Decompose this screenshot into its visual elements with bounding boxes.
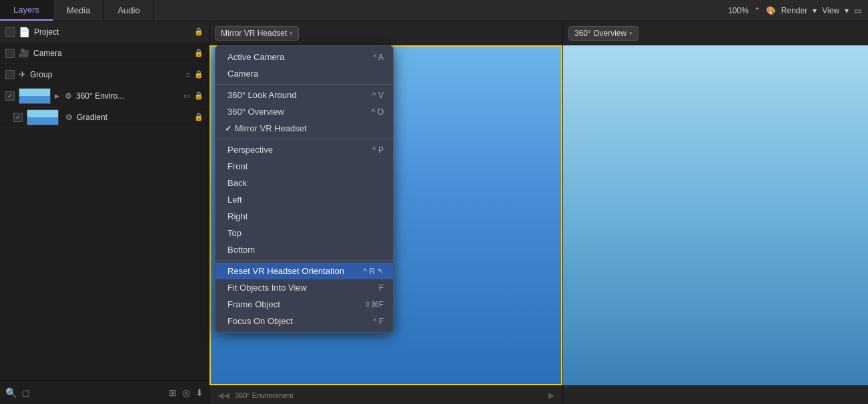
sidebar: 📄 Project 🔒 🎥 Camera 🔒 ✈ Group ≡ 🔒 ▶ ⚙ 3… (0, 21, 209, 404)
menu-item-360-look-around[interactable]: 360° Look Around ^ V (215, 87, 393, 103)
group-lock-icon: 🔒 (194, 70, 203, 79)
search-icon[interactable]: 🔍 (5, 387, 17, 398)
menu-section-4: Reset VR Headset Orientation ^ R ↖ Fit O… (215, 263, 393, 332)
menu-item-top[interactable]: Top (215, 225, 393, 241)
menu-item-perspective[interactable]: Perspective ^ P (215, 141, 393, 158)
right-panel: 360° Overview ▾ (562, 21, 868, 404)
menu-item-frame-object[interactable]: Frame Object ⇧⌘F (215, 296, 393, 313)
export-icon[interactable]: ⬇ (195, 387, 203, 398)
menu-item-bottom[interactable]: Bottom (215, 241, 393, 258)
camera-icon: 🎥 (19, 48, 29, 58)
menu-item-left[interactable]: Left (215, 191, 393, 208)
layer-checkbox-env360[interactable] (5, 91, 15, 101)
menu-section-2: 360° Look Around ^ V 360° Overview ^ O ✓… (215, 87, 393, 137)
layer-name-project: Project (34, 27, 190, 37)
right-view-dropdown[interactable]: 360° Overview ▾ (568, 26, 638, 41)
canvas-area: Mirror VR Headset ▾ Active Camera ^ A Ca… (209, 21, 562, 404)
layer-item-project[interactable]: 📄 Project 🔒 (0, 21, 209, 43)
env360-gear-icon: ⚙ (65, 91, 72, 101)
add-layer-icon[interactable]: ◻ (22, 387, 30, 398)
right-canvas (563, 45, 868, 404)
tab-audio[interactable]: Audio (104, 0, 153, 21)
layer-item-env360[interactable]: ▶ ⚙ 360° Enviro... ▭ 🔒 (0, 85, 209, 107)
menu-separator-1 (215, 84, 393, 85)
menu-separator-2 (215, 139, 393, 139)
gradient-gear-icon: ⚙ (65, 113, 73, 122)
layer-name-camera: Camera (33, 49, 190, 58)
menu-item-right[interactable]: Right (215, 208, 393, 225)
main-layout: 📄 Project 🔒 🎥 Camera 🔒 ✈ Group ≡ 🔒 ▶ ⚙ 3… (0, 21, 868, 404)
view-dropdown-menu: Active Camera ^ A Camera 360° Look Aroun… (215, 45, 394, 333)
scene-label: 360° Environment (235, 391, 294, 399)
env360-view-icon: ▭ (183, 91, 190, 100)
zoom-level[interactable]: 100% (728, 6, 749, 15)
right-panel-toolbar: 360° Overview ▾ (563, 21, 868, 45)
menu-separator-3 (215, 260, 393, 261)
env360-lock-icon: 🔒 (194, 91, 203, 100)
layer-checkbox-camera[interactable] (5, 49, 15, 58)
layer-item-camera[interactable]: 🎥 Camera 🔒 (0, 43, 209, 64)
bottom-label-bar: ◀◀ 360° Environment ▶ (209, 385, 562, 404)
gradient-lock-icon: 🔒 (194, 113, 203, 121)
menu-section-3: Perspective ^ P Front Back Left (215, 141, 393, 258)
layer-name-gradient: Gradient (77, 113, 190, 122)
menu-item-back[interactable]: Back (215, 175, 393, 191)
view-dropdown-arrow: ▾ (290, 30, 293, 37)
canvas-toolbar: Mirror VR Headset ▾ Active Camera ^ A Ca… (209, 21, 562, 45)
menu-item-reset-vr[interactable]: Reset VR Headset Orientation ^ R ↖ (215, 263, 393, 279)
menu-item-camera[interactable]: Camera (215, 65, 393, 82)
top-tab-bar: Layers Media Audio 100% ⌃ 🎨 Render ▾ Vie… (0, 0, 868, 21)
view-arrow-icon: ▾ (845, 6, 849, 15)
menu-section-1: Active Camera ^ A Camera (215, 46, 393, 82)
layer-checkbox-project[interactable] (5, 27, 15, 37)
display-icon[interactable]: ▭ (854, 6, 861, 15)
layer-item-gradient[interactable]: ⚙ Gradient 🔒 (0, 107, 209, 128)
timeline-end-icon: ▶ (548, 391, 554, 400)
view-mode-dropdown[interactable]: Mirror VR Headset ▾ (215, 26, 299, 41)
tab-layers[interactable]: Layers (0, 0, 53, 21)
grid-icon[interactable]: ⊞ (169, 387, 177, 398)
group-icon: ✈ (19, 69, 26, 79)
color-picker-icon[interactable]: 🎨 (766, 6, 776, 15)
check-mark-mirror-vr: ✓ (225, 123, 232, 133)
render-dropdown[interactable]: Render (781, 6, 807, 15)
layer-item-group[interactable]: ✈ Group ≡ 🔒 (0, 64, 209, 85)
settings-icon[interactable]: ◎ (182, 387, 190, 398)
menu-item-focus-object[interactable]: Focus On Object ^ F (215, 313, 393, 329)
menu-item-mirror-vr[interactable]: ✓ Mirror VR Headset (215, 120, 393, 137)
tab-media[interactable]: Media (53, 0, 104, 21)
layer-thumb-gradient (27, 109, 59, 125)
expand-arrow-icon[interactable]: ▶ (55, 93, 59, 99)
top-right-controls: 100% ⌃ 🎨 Render ▾ View ▾ ▭ (721, 0, 868, 21)
timeline-start-icon: ◀◀ (218, 391, 230, 400)
menu-item-active-camera[interactable]: Active Camera ^ A (215, 49, 393, 65)
layer-name-env360: 360° Enviro... (76, 91, 179, 101)
right-canvas-bottom (563, 385, 868, 404)
zoom-up-icon: ⌃ (754, 6, 761, 15)
menu-item-360-overview[interactable]: 360° Overview ^ O (215, 103, 393, 120)
tab-spacer (154, 0, 721, 21)
right-canvas-preview[interactable] (563, 45, 868, 385)
render-arrow-icon: ▾ (813, 6, 817, 15)
layer-checkbox-group[interactable] (5, 70, 15, 79)
view-dropdown[interactable]: View (822, 6, 839, 15)
layer-checkbox-gradient[interactable] (13, 113, 23, 122)
group-extra-icon: ≡ (186, 71, 190, 79)
menu-item-front[interactable]: Front (215, 158, 393, 175)
right-view-arrow-icon: ▾ (629, 30, 632, 37)
project-lock-icon: 🔒 (194, 27, 203, 36)
camera-lock-icon: 🔒 (194, 49, 203, 57)
menu-item-fit-objects[interactable]: Fit Objects Into View F (215, 279, 393, 296)
project-file-icon: 📄 (19, 27, 30, 37)
layer-name-group: Group (30, 70, 182, 79)
cursor-icon: ↖ (378, 267, 384, 275)
layer-thumb-env360 (19, 88, 51, 104)
sidebar-bottom-toolbar: 🔍 ◻ ⊞ ◎ ⬇ (0, 380, 209, 404)
